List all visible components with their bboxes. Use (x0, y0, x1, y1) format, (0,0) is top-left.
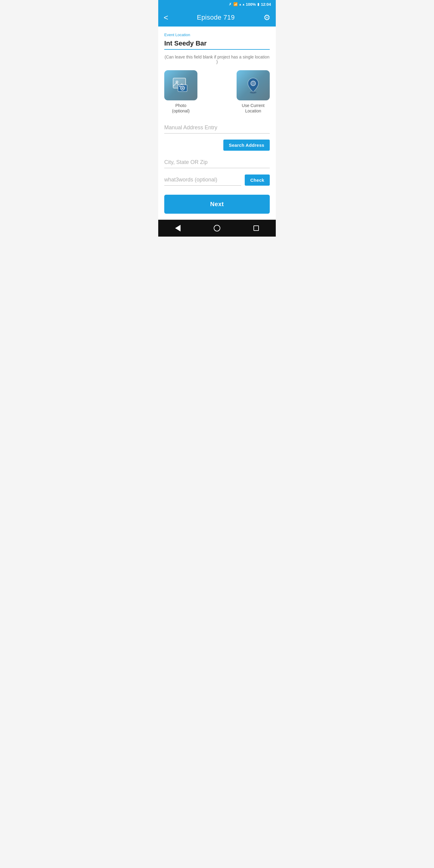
manual-address-group (164, 122, 270, 133)
bluetooth-icon: ✗ (229, 2, 232, 6)
svg-point-4 (181, 87, 183, 89)
location-icon-box (237, 70, 270, 100)
app-bar-title: Episode 719 (197, 13, 235, 22)
next-button[interactable]: Next (164, 195, 270, 214)
recents-square-icon (253, 225, 259, 231)
battery-icon: ▮ (257, 2, 259, 6)
status-icons: ✗ 📶 ▴ ▴ 100% ▮ 12:04 (229, 2, 271, 7)
location-hint-text: (Can leave this field blank if project h… (164, 55, 270, 64)
svg-point-1 (176, 81, 179, 84)
what3words-group: Check (164, 174, 270, 186)
signal-icon: ▴ (243, 2, 244, 6)
svg-point-6 (251, 81, 255, 86)
city-state-zip-group (164, 157, 270, 168)
use-current-location-button[interactable]: Use CurrentLocation (237, 70, 270, 114)
status-bar: ✗ 📶 ▴ ▴ 100% ▮ 12:04 (158, 0, 276, 8)
vibrate-icon: 📶 (233, 2, 238, 6)
search-address-container: Search Address (164, 140, 270, 151)
content-area: Event Location (Can leave this field bla… (158, 27, 276, 220)
nav-recents-button[interactable] (250, 222, 262, 234)
nav-home-button[interactable] (211, 222, 223, 234)
svg-point-7 (250, 92, 256, 93)
app-bar: < Episode 719 ⚙ (158, 8, 276, 27)
svg-rect-5 (179, 86, 181, 87)
photo-icon-box (164, 70, 197, 100)
bottom-nav (158, 220, 276, 237)
event-location-input[interactable] (164, 38, 270, 50)
check-button[interactable]: Check (245, 175, 270, 186)
city-state-zip-input[interactable] (164, 157, 270, 168)
back-button[interactable]: < (164, 13, 168, 22)
event-location-group: Event Location (164, 33, 270, 50)
back-triangle-icon (175, 225, 181, 231)
photo-button-label: Photo(optional) (172, 103, 190, 114)
time-text: 12:04 (261, 2, 271, 7)
location-icon (244, 76, 263, 95)
location-button-label: Use CurrentLocation (242, 103, 264, 114)
event-location-label: Event Location (164, 33, 270, 37)
manual-address-input[interactable] (164, 122, 270, 133)
photo-button[interactable]: Photo(optional) (164, 70, 197, 114)
search-address-button[interactable]: Search Address (223, 140, 270, 151)
nav-back-button[interactable] (172, 222, 184, 234)
battery-text: 100% (246, 2, 256, 7)
wifi-icon: ▴ (239, 2, 241, 6)
action-buttons-row: Photo(optional) Use CurrentLocation (164, 70, 270, 114)
what3words-input[interactable] (164, 174, 241, 186)
photo-icon (171, 76, 190, 95)
settings-button[interactable]: ⚙ (264, 13, 270, 22)
home-circle-icon (214, 225, 220, 231)
